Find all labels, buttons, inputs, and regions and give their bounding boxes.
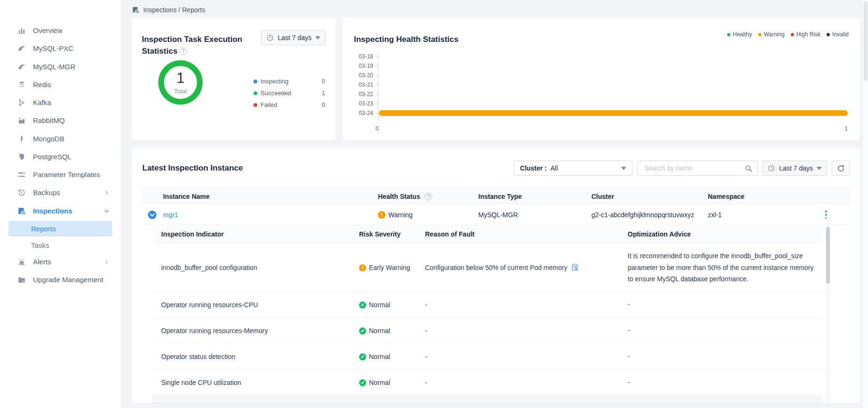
legend-item-inspecting: Inspecting0 (254, 78, 325, 85)
chart-row-03-18: 03-18 (355, 52, 848, 61)
reason-of-fault: - (425, 353, 628, 360)
legend-value: 0 (322, 78, 325, 85)
legend-item-invalid[interactable]: Invalid (827, 31, 849, 38)
clock-icon (266, 34, 274, 41)
bar-chart-icon (17, 26, 26, 35)
y-tick-label: 03-23 (355, 100, 376, 107)
sidebar-item-redis[interactable]: Redis (0, 76, 121, 94)
plot-area (378, 80, 848, 90)
chevron-right-icon (104, 190, 112, 196)
legend-dot (254, 80, 257, 83)
plot-area (378, 71, 848, 80)
reason-of-fault: - (425, 327, 628, 335)
plot-area (378, 52, 848, 61)
search-icon[interactable] (745, 164, 753, 172)
breadcrumb-text: Inspections / Reports (143, 6, 205, 14)
y-tick-label: 03-20 (355, 72, 376, 79)
elephant-icon (17, 153, 26, 161)
sidebar-item-inspections[interactable]: Inspections (0, 202, 121, 220)
sidebar-item-mysql-pxc[interactable]: MySQL-PXC (0, 40, 121, 57)
reason-of-fault: - (425, 379, 628, 386)
legend-item-warning[interactable]: Warning (758, 31, 785, 38)
instance-name-link[interactable]: mgr1 (163, 211, 178, 219)
health-bar-chart: 03-1803-1903-2003-2103-2203-2303-24 0 1 (355, 52, 848, 132)
sidebar-item-label: MySQL-PXC (33, 44, 74, 53)
donut-chart: 1 Total (158, 60, 203, 105)
optimization-advice: - (628, 351, 822, 362)
legend-label: High Risk (796, 31, 820, 38)
cluster-filter-select[interactable]: Cluster : All (514, 161, 632, 176)
detail-scrollbar[interactable] (826, 217, 830, 403)
sidebar-item-label: Backups (33, 188, 60, 197)
kafka-icon (17, 98, 26, 107)
instance-table-header: Instance Name Health Status? Instance Ty… (142, 188, 850, 205)
health-stats-card: Inspecting Health Statistics HealthyWarn… (343, 18, 860, 140)
health-stats-legend: HealthyWarningHigh RiskInvalid (727, 31, 849, 38)
indicator-name: Operator running resources-Memory (153, 327, 359, 335)
detail-scrollbar-thumb[interactable] (826, 227, 830, 284)
task-stats-title: Inspection Task Execution Statistics? (142, 34, 253, 57)
sidebar-item-upgrade-management[interactable]: Upgrade Management (0, 271, 121, 289)
sidebar-item-mysql-mgr[interactable]: MySQL-MGR (0, 58, 121, 76)
refresh-button[interactable] (832, 161, 850, 176)
bar-warning[interactable] (379, 110, 848, 116)
sidebar-item-mongodb[interactable]: MongoDB (0, 130, 121, 148)
check-circle-icon: ✓ (359, 302, 366, 309)
legend-label: Healthy (733, 31, 752, 38)
sidebar: OverviewMySQL-PXCMySQL-MGRRedisKafkaRabb… (0, 0, 121, 408)
sidebar-item-rabbitmq[interactable]: RabbitMQ (0, 112, 121, 130)
help-icon[interactable]: ? (425, 193, 432, 200)
inspection-doc-icon (17, 207, 26, 215)
help-icon[interactable]: ? (180, 48, 187, 55)
y-tick-label: 03-18 (355, 53, 376, 60)
restore-icon (17, 188, 26, 197)
legend-dot (254, 91, 257, 95)
caret-down-icon (817, 167, 822, 170)
check-circle-icon: ✓ (359, 379, 366, 386)
main-content: Inspections / Reports Inspection Task Ex… (122, 0, 868, 408)
collapse-row-button[interactable] (148, 211, 156, 219)
sidebar-subitem-reports[interactable]: Reports (8, 221, 112, 237)
instance-cluster: g2-c1-abcdefghijklmnopqrstuvwxyz (591, 211, 708, 219)
risk-severity: ✓Normal (359, 378, 425, 387)
detail-row-innodb-buffer-pool-configuration: innodb_buffer_pool configuration!Early W… (153, 244, 822, 292)
legend-item-high-risk[interactable]: High Risk (791, 31, 820, 38)
chart-row-03-23: 03-23 (355, 99, 848, 108)
alarm-icon (17, 258, 26, 266)
search-input[interactable] (643, 164, 745, 172)
search-box (637, 161, 758, 176)
legend-item-healthy[interactable]: Healthy (727, 31, 752, 38)
breadcrumb[interactable]: Inspections / Reports (122, 0, 868, 18)
legend-dot (827, 33, 830, 36)
sidebar-subitem-tasks[interactable]: Tasks (0, 237, 121, 253)
y-tick-label: 03-22 (355, 91, 376, 98)
legend-label: Warning (764, 31, 785, 38)
stack-icon (17, 81, 26, 89)
caret-down-icon (621, 167, 626, 170)
optimization-advice: It is recommended to configure the innod… (628, 250, 822, 285)
health-stats-title: Inspecting Health Statistics (354, 35, 459, 44)
sidebar-item-parameter-templates[interactable]: Parameter Templates (0, 166, 121, 184)
sidebar-item-backups[interactable]: Backups (0, 184, 121, 202)
donut-total-label: Total (174, 88, 187, 95)
sidebar-item-label: Redis (33, 80, 51, 90)
task-stats-time-filter[interactable]: Last 7 days (261, 30, 326, 45)
page-scrollbar[interactable] (862, 0, 868, 408)
plot-area (378, 90, 848, 99)
detail-row-operator-status-detection: Operator status detection✓Normal-- (153, 344, 822, 370)
plot-area (378, 61, 848, 71)
sidebar-item-overview[interactable]: Overview (0, 22, 121, 40)
task-stats-legend: Inspecting0Succeeded1Failed0 (254, 78, 325, 113)
sidebar-item-alerts[interactable]: Alerts (0, 253, 121, 271)
detail-table-header: Inspection Indicator Risk Severity Reaso… (153, 225, 822, 244)
indicator-name: Operator status detection (153, 353, 359, 360)
latest-time-filter[interactable]: Last 7 days (762, 161, 827, 176)
report-doc-icon[interactable] (571, 263, 579, 271)
check-circle-icon: ✓ (359, 353, 366, 360)
page-scrollbar-thumb[interactable] (864, 1, 868, 81)
sidebar-item-kafka[interactable]: Kafka (0, 94, 121, 112)
next-row-partial (153, 396, 822, 403)
sidebar-item-postgresql[interactable]: PostgreSQL (0, 148, 121, 166)
inspection-doc-icon (132, 6, 139, 14)
optimization-advice: - (628, 376, 822, 388)
